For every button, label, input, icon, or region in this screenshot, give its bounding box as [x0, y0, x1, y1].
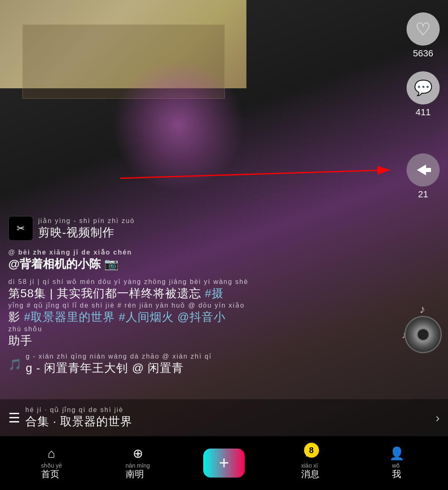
nav-discover-pinyin: nán míng	[126, 462, 150, 469]
scissors-icon: ✂	[17, 223, 25, 234]
nav-home-text: shǒu yè 首页	[41, 462, 62, 480]
collection-text-block: hé jí · qǔ jǐng qì de shì jiè 合集 · 取景器的世…	[25, 406, 436, 429]
collection-icon: ☰	[8, 410, 20, 426]
sound-info[interactable]: 🎵 g - xián zhì qīng nián wáng dà zhāo @ …	[8, 353, 440, 376]
bottom-navigation: ⌂ shǒu yè 首页 ⊕ nán míng 南明 ✉ 8 xiāo xī 消…	[0, 436, 448, 490]
comment-icon-bg: 💬	[407, 71, 440, 104]
like-icon-bg: ♡	[407, 12, 440, 46]
desc-pinyin-3: zhù shǒu	[8, 325, 440, 333]
music-note-top: ♪	[419, 303, 425, 316]
nav-home-label: 首页	[41, 469, 62, 480]
discover-icon: ⊕	[133, 446, 143, 461]
capcut-logo: ✂	[8, 216, 33, 241]
chevron-right-icon: ›	[436, 411, 440, 425]
like-count: 5636	[413, 48, 433, 59]
user-mention[interactable]: @ bèi zhe xiāng jī de xiǎo chén @背着相机的小陈…	[8, 248, 440, 272]
like-button[interactable]: ♡ 5636	[407, 12, 440, 59]
share-icon	[414, 160, 433, 180]
desc-line-1: 第58集 | 其实我们都一样终将被遗忘 #摄	[8, 286, 440, 301]
add-button[interactable]	[203, 449, 245, 478]
red-arrow-annotation	[120, 162, 411, 195]
capcut-chinese: 剪映-视频制作	[38, 225, 135, 240]
svg-line-1	[120, 170, 390, 178]
sound-text-block: g - xián zhì qīng nián wáng dà zhāo @ xi…	[26, 353, 212, 376]
nav-add[interactable]	[181, 446, 267, 480]
music-disc-inner	[417, 328, 429, 341]
desc-pinyin-2: yǐng # qǔ jǐng qì lǐ de shì jiè # rén ji…	[8, 301, 440, 309]
desc-pinyin-1: dì 58 jí | qí shí wǒ mén dōu yī yàng zhō…	[8, 278, 440, 286]
content-overlay: ♡ 5636 💬 411 21 ♪ ♪	[0, 0, 448, 436]
nav-profile-text: wǒ 我	[392, 462, 401, 480]
sound-text: g - 闲置青年王大钊 @ 闲置青	[26, 360, 212, 376]
desc-line-3: 助手	[8, 333, 440, 349]
comment-button[interactable]: 💬 411	[407, 71, 440, 118]
nav-profile-pinyin: wǒ	[392, 462, 401, 469]
nav-home[interactable]: ⌂ shǒu yè 首页	[8, 446, 95, 480]
collection-text: 合集 · 取景器的世界	[25, 414, 436, 429]
description-block: dì 58 jí | qí shí wǒ mén dōu yī yàng zhō…	[8, 278, 440, 349]
desc-line-2: 影 #取景器里的世界 #人间烟火 @抖音小	[8, 309, 440, 325]
right-actions: ♡ 5636 💬 411	[407, 12, 440, 118]
nav-home-pinyin: shǒu yè	[41, 462, 62, 469]
share-button[interactable]: 21	[407, 153, 440, 200]
capcut-pinyin: jiǎn yìng - shì pín zhì zuò	[38, 217, 135, 225]
user-pinyin: @ bèi zhe xiāng jī de xiǎo chén	[8, 248, 440, 256]
nav-profile-label: 我	[392, 469, 401, 480]
heart-icon: ♡	[415, 19, 431, 39]
share-count: 21	[418, 189, 428, 200]
nav-messages[interactable]: ✉ 8 xiāo xī 消息	[267, 446, 353, 480]
nav-discover-label: 南明	[126, 469, 150, 480]
nav-discover-text: nán míng 南明	[126, 462, 150, 480]
capcut-text-block: jiǎn yìng - shì pín zhì zuò 剪映-视频制作	[38, 217, 135, 240]
nav-messages-label: 消息	[301, 469, 319, 480]
collection-pinyin: hé jí · qǔ jǐng qì de shì jiè	[25, 406, 436, 414]
comment-count: 411	[416, 107, 431, 118]
message-badge: 8	[304, 443, 319, 458]
profile-icon: 👤	[389, 446, 404, 461]
comment-icon: 💬	[414, 79, 433, 97]
home-icon: ⌂	[48, 446, 55, 461]
share-icon-bg	[407, 153, 440, 187]
nav-messages-pinyin: xiāo xī	[301, 462, 319, 469]
user-tag-text: @背着相机的小陈 📷	[8, 256, 440, 272]
nav-profile[interactable]: 👤 wǒ 我	[353, 446, 440, 480]
add-button-wrapper	[199, 446, 249, 480]
music-disc[interactable]	[404, 316, 442, 353]
sound-pinyin: g - xián zhì qīng nián wáng dà zhāo @ xi…	[26, 353, 212, 360]
collection-bar[interactable]: ☰ hé jí · qǔ jǐng qì de shì jiè 合集 · 取景器…	[0, 399, 448, 436]
bottom-content: ✂ jiǎn yìng - shì pín zhì zuò 剪映-视频制作 @ …	[0, 216, 448, 376]
message-icon-container: ✉ 8	[305, 446, 316, 461]
capcut-watermark[interactable]: ✂ jiǎn yìng - shì pín zhì zuò 剪映-视频制作	[8, 216, 440, 241]
nav-messages-text: xiāo xī 消息	[301, 462, 319, 480]
tiktok-icon: 🎵	[8, 358, 22, 371]
nav-discover[interactable]: ⊕ nán míng 南明	[95, 446, 181, 480]
